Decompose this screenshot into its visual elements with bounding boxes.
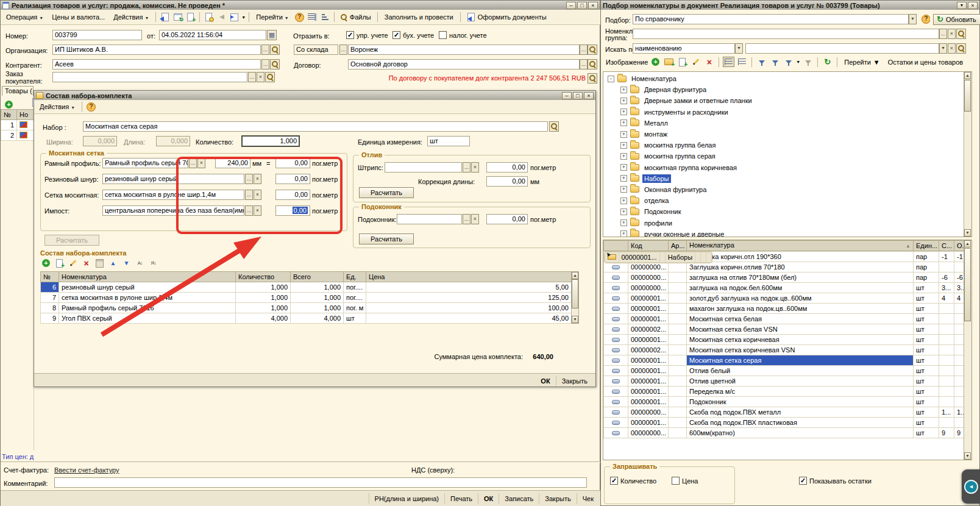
select-button[interactable]: ...	[580, 59, 588, 69]
col-header-n[interactable]: №	[41, 272, 59, 282]
hierarchy-list-icon[interactable]	[736, 57, 748, 67]
search-input[interactable]	[745, 43, 939, 54]
edit-item-icon[interactable]	[690, 57, 701, 67]
clear-button[interactable]: ×	[948, 43, 956, 54]
col-header-code[interactable]: Код	[628, 241, 669, 251]
nomenclature-row[interactable]: 00000001... Москитная сетка серая шт	[604, 355, 965, 366]
help-icon[interactable]	[85, 102, 97, 112]
search-mode-combo[interactable]: наименованию	[633, 43, 735, 54]
move-up-icon[interactable]	[107, 258, 119, 268]
scroll-down-icon[interactable]: ▼	[964, 229, 971, 237]
col-header-art[interactable]: Ар...	[669, 241, 687, 251]
tree-expander-icon[interactable]: +	[620, 186, 627, 193]
open-button[interactable]	[270, 45, 280, 55]
frame-profile-field[interactable]: Рамный профиль серый 70	[102, 158, 188, 168]
actions-menu[interactable]: Действия▼	[110, 12, 152, 23]
kit-row[interactable]: 9 Угол ПВХ серый 4,000 4,000 шт 45,00	[41, 313, 572, 324]
tab-goods[interactable]: Товары (	[2, 86, 34, 96]
edit-row-icon[interactable]	[67, 258, 79, 268]
copy-row-icon[interactable]	[54, 258, 65, 268]
nomenclature-row[interactable]: 00000001... Москитная сетка белая шт	[604, 314, 965, 324]
tree-item[interactable]: + профили	[604, 217, 962, 228]
tree-expander-icon[interactable]: +	[620, 219, 627, 226]
impost-meters[interactable]: 0,00	[275, 205, 310, 216]
select-button[interactable]: ...	[248, 72, 256, 82]
checkbox-acc-accounting[interactable]: ✓бух. учете	[392, 31, 434, 39]
filter-by-value-icon[interactable]	[769, 57, 781, 67]
sill-field[interactable]	[397, 214, 462, 224]
checkbox-tax-accounting[interactable]: налог. учете	[439, 31, 487, 39]
bottom-bar-button[interactable]: РН(длина и ширина)	[369, 493, 444, 504]
image-label[interactable]: Изображение	[606, 59, 648, 66]
copy-item-icon[interactable]	[676, 57, 688, 67]
col-header-icon[interactable]	[604, 241, 628, 251]
fill-and-post-button[interactable]: Заполнить и провести	[381, 12, 457, 23]
scroll-up-icon[interactable]: ▲	[964, 240, 971, 248]
open-button[interactable]	[588, 45, 597, 55]
col-header-unit[interactable]: Ед.	[344, 272, 366, 282]
open-button[interactable]	[549, 121, 559, 132]
kit-table-scrollbar[interactable]: ▲ ▼	[571, 271, 579, 324]
tree-item[interactable]: + ручки оконные и дверные	[604, 229, 962, 237]
col-header-total[interactable]: Всего	[291, 272, 344, 282]
price-type-text[interactable]: Тип цен: д	[2, 453, 34, 461]
copy-document-icon[interactable]	[185, 12, 196, 23]
tree-item[interactable]: + москитная группа коричневая	[604, 162, 962, 173]
calculate-button-otliv[interactable]: Расчитать	[359, 187, 414, 198]
goto-menu[interactable]: Перейти▼	[841, 57, 882, 67]
tree-item[interactable]: + отделка	[604, 195, 962, 206]
tree-expander-icon[interactable]: -	[608, 76, 614, 82]
stock-prices-button[interactable]: Остатки и цены товаров	[885, 57, 966, 67]
close-button[interactable]: ×	[588, 2, 598, 9]
scroll-thumb[interactable]	[964, 248, 971, 321]
tree-item[interactable]: + Дверные замки и ответные планки	[604, 95, 962, 106]
create-based-on-icon[interactable]	[229, 12, 240, 23]
tree-expander-icon[interactable]: +	[620, 208, 627, 215]
select-button[interactable]: ...	[245, 174, 253, 184]
calculate-button-sill[interactable]: Расчитать	[359, 233, 414, 244]
files-button[interactable]: Файлы	[338, 12, 374, 22]
clear-button[interactable]: ×	[254, 205, 261, 216]
nomenclature-row[interactable]: 00000001... Наборы	[604, 251, 713, 263]
floating-overlay-button[interactable]: ◄	[962, 469, 980, 504]
refresh-button[interactable]: Обновить	[933, 14, 980, 25]
chevron-down-icon[interactable]: ▼	[939, 43, 947, 54]
close-button[interactable]: ×	[584, 92, 594, 99]
refresh-list-icon[interactable]	[822, 57, 833, 67]
tree-expander-icon[interactable]: +	[620, 164, 627, 171]
pick-mode-combo[interactable]: По справочнику	[633, 14, 909, 24]
move-down-icon[interactable]	[121, 258, 132, 268]
tree-item[interactable]: + москитна группа серая	[604, 151, 962, 162]
kit-row[interactable]: 7 сетка москитная в рулоне шир.1,4м 1,00…	[41, 293, 572, 303]
mesh-field[interactable]: сетка москитная в рулоне шир.1,4м	[102, 190, 244, 200]
rubber-cord-field[interactable]: резиновый шнур серый	[102, 174, 244, 184]
tree-expander-icon[interactable]: +	[620, 98, 627, 104]
add-group-icon[interactable]	[663, 57, 675, 67]
nomenclature-row[interactable]: 00000001... золот.дуб заглушка на подок.…	[604, 293, 965, 304]
checkbox[interactable]	[439, 31, 447, 39]
col-header-o[interactable]: О...	[954, 241, 965, 251]
tree-item[interactable]: + монтаж	[604, 129, 962, 140]
customer-order-field[interactable]	[52, 72, 247, 82]
date-field[interactable]: 04.05.2022 11:56:04	[159, 30, 266, 40]
checkbox-show-stock[interactable]: ✓Показывать остатки	[799, 477, 872, 485]
minimize-button[interactable]: –	[562, 92, 572, 99]
checkbox[interactable]	[672, 477, 680, 485]
open-button[interactable]	[588, 59, 597, 69]
clear-button[interactable]: ×	[254, 190, 261, 200]
select-button[interactable]: ...	[939, 29, 947, 39]
bottom-bar-button[interactable]: Закрыть	[539, 493, 576, 504]
scroll-down-icon[interactable]: ▼	[964, 452, 971, 460]
tree-expander-icon[interactable]: +	[620, 109, 627, 115]
help-icon[interactable]	[920, 14, 930, 24]
nomenclature-row[interactable]: 00000001... Отлив белый шт	[604, 366, 965, 376]
add-row-icon[interactable]	[40, 258, 52, 268]
frame-profile-mm[interactable]: 240,00	[215, 158, 250, 168]
mesh-meters[interactable]: 0,00	[275, 190, 310, 200]
col-header-price[interactable]: Цена	[366, 272, 572, 282]
delete-item-icon[interactable]	[703, 57, 715, 67]
col-header-num[interactable]: №	[1, 110, 17, 120]
nomenclature-row[interactable]: 00000000... Скоба под подок.ПВХ металл ш…	[604, 407, 965, 418]
restore-button[interactable]: □	[577, 2, 587, 9]
clear-button[interactable]: ×	[471, 214, 479, 224]
